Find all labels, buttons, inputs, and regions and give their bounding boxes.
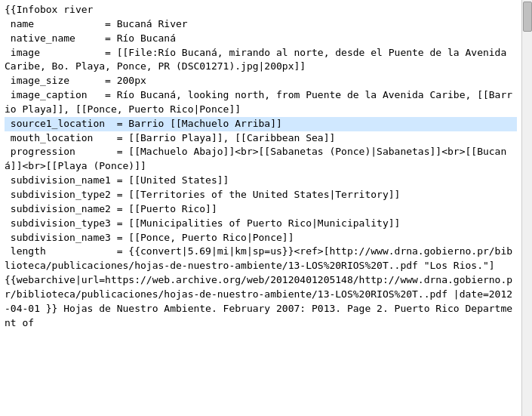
editor-content: {{Infobox river name = Bucaná River nati… xyxy=(0,0,521,416)
editor-line: subdivision_name2 = [[Puerto Rico]] xyxy=(5,202,517,217)
editor-line: mouth_location = [[Barrio Playa]], [[Car… xyxy=(5,131,517,146)
editor-line: subdivision_type2 = [[Territories of the… xyxy=(5,188,517,202)
editor-line: subdivision_name3 = [[Ponce, Puerto Rico… xyxy=(5,231,517,245)
editor-line: subdivision_type3 = [[Municipalities of … xyxy=(5,217,517,231)
scrollbar-thumb[interactable] xyxy=(523,2,532,32)
editor-line: image = [[File:Río Bucaná, mirando al no… xyxy=(5,46,517,75)
editor-line: name = Bucaná River xyxy=(5,17,517,32)
scrollbar[interactable] xyxy=(521,0,532,416)
editor-line: {{Infobox river xyxy=(5,3,517,17)
editor-line: subdivision_name1 = [[United States]] xyxy=(5,174,517,188)
editor-line: image_caption = Río Bucaná, looking nort… xyxy=(5,88,517,117)
editor-line: progression = [[Machuelo Abajo]]<br>[[Sa… xyxy=(5,145,517,174)
editor-line: source1_location = Barrio [[Machuelo Arr… xyxy=(5,117,517,131)
editor-line: image_size = 200px xyxy=(5,74,517,88)
editor-line: native_name = Río Bucaná xyxy=(5,32,517,46)
editor-line: {{webarchive|url=https://web.archive.org… xyxy=(5,273,517,330)
editor-line: length = {{convert|5.69|mi|km|sp=us}}<re… xyxy=(5,245,517,273)
